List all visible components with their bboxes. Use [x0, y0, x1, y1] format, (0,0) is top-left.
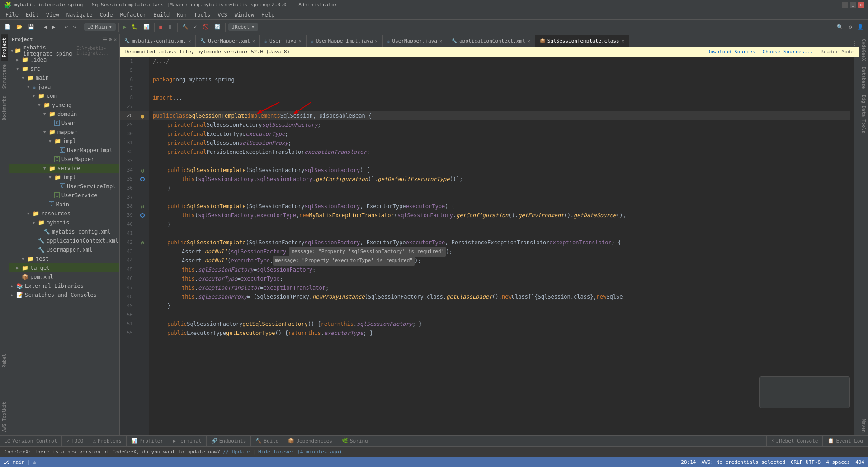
tree-scratches[interactable]: ▶ 📝 Scratches and Consoles [9, 291, 119, 300]
download-sources-link[interactable]: Download Sources [708, 49, 755, 55]
tab-usermapperimpl-close[interactable]: ✕ [375, 38, 378, 43]
menu-run[interactable]: Run [173, 10, 190, 20]
tree-mybatis-folder[interactable]: ▼ 📁 mybatis [9, 218, 119, 227]
right-panel-bigdata[interactable]: Big Data Tools [860, 92, 867, 136]
tree-service-impl[interactable]: ▼ 📁 impl [9, 173, 119, 182]
tree-user[interactable]: ▶ 🄲 User [9, 119, 119, 128]
tree-mapper-impl[interactable]: ▼ 📁 impl [9, 137, 119, 146]
tree-pom[interactable]: ▶ 📦 pom.xml [9, 272, 119, 281]
reader-mode-button[interactable]: Reader Mode [821, 49, 854, 55]
vtab-bookmarks[interactable]: Bookmarks [1, 92, 8, 124]
tree-applicationcontext[interactable]: ▶ 🔧 applicationContext.xml [9, 236, 119, 245]
tree-target[interactable]: ▶ 📁 target [9, 263, 119, 272]
menu-window[interactable]: Window [231, 10, 258, 20]
tab-sqlsessiontemplate-close[interactable]: ✕ [622, 38, 624, 43]
right-panel-maven[interactable]: Maven [860, 416, 867, 435]
line-col-indicator[interactable]: 28:14 [681, 459, 696, 465]
tree-usermapper[interactable]: ▶ 🄸 UserMapper [9, 155, 119, 164]
bottom-tab-todo[interactable]: ✓ TODO [62, 436, 88, 447]
check-button[interactable]: ✓ [192, 22, 199, 33]
tree-java[interactable]: ▼ ☕ java [9, 82, 119, 91]
save-button[interactable]: 💾 [26, 22, 36, 33]
sidebar-tree-icon[interactable]: ☰ [103, 37, 107, 43]
tab-usermapper-java[interactable]: ☕ UserMapper.java ✕ [383, 35, 447, 47]
menu-navigate[interactable]: Navigate [63, 10, 96, 20]
code-content[interactable]: /.../ package org.mybatis.spring; import… [149, 57, 854, 435]
maximize-button[interactable]: □ [850, 2, 856, 8]
tree-usermapper-xml[interactable]: ▶ 🔧 UserMapper.xml [9, 245, 119, 254]
branch-selector[interactable]: ⎇ Main ▾ [84, 23, 116, 31]
tree-domain[interactable]: ▼ 📁 domain [9, 110, 119, 119]
notification-hide-link[interactable]: Hide forever (4 minutes ago) [258, 449, 342, 455]
run-button[interactable]: ▶ [122, 22, 128, 33]
minimize-button[interactable]: ─ [842, 2, 848, 8]
menu-help[interactable]: Help [258, 10, 278, 20]
bottom-tab-build[interactable]: 🔨 Build [251, 436, 283, 447]
tree-userservice[interactable]: ▶ 🄸 UserService [9, 191, 119, 200]
tab-user-java-close[interactable]: ✕ [299, 38, 302, 43]
bottom-tab-problems[interactable]: ⚠ Problems [88, 436, 127, 447]
bottom-tab-endpoints[interactable]: 🔗 Endpoints [207, 436, 251, 447]
close-button[interactable]: ✕ [858, 2, 864, 8]
new-file-button[interactable]: 📄 [3, 22, 13, 33]
tree-yimeng[interactable]: ▼ 📁 yimeng [9, 100, 119, 110]
tree-resources[interactable]: ▼ 📁 resources [9, 209, 119, 218]
right-panel-database[interactable]: Database [860, 64, 867, 91]
right-panel-codegee[interactable]: CodeGeeX [860, 36, 867, 63]
menu-edit[interactable]: Edit [22, 10, 42, 20]
bottom-tab-event-log[interactable]: 📋 Event Log [823, 436, 868, 447]
vtab-project[interactable]: Project [1, 34, 8, 61]
tree-main-class[interactable]: ▶ 🄲 Main [9, 200, 119, 209]
tree-external-libs[interactable]: ▶ 📚 External Libraries [9, 281, 119, 291]
tab-usermapper-java-close[interactable]: ✕ [439, 38, 442, 43]
bottom-tab-spring[interactable]: 🌿 Spring [337, 436, 373, 447]
aws-status[interactable]: AWS: No credentials selected [701, 459, 785, 465]
profile-button[interactable]: 👤 [855, 22, 865, 33]
tree-userserviceimpl[interactable]: ▶ 🄲 UserServiceImpl [9, 182, 119, 191]
tab-applicationcontext[interactable]: 🔧 applicationContext.xml ✕ [447, 35, 535, 47]
settings-button[interactable]: ⚙ [847, 22, 854, 33]
tree-src[interactable]: ▼ 📁 src [9, 64, 119, 73]
tree-main[interactable]: ▼ 📁 main [9, 73, 119, 82]
editor-scrollbar[interactable] [854, 57, 859, 435]
tab-sqlsessiontemplate[interactable]: 📦 SqlSessionTemplate.class ✕ [535, 35, 629, 47]
build-button[interactable]: 🔨 [180, 22, 190, 33]
debug-button[interactable]: 🐛 [130, 22, 140, 33]
tab-user-java[interactable]: ☕ User.java ✕ [260, 35, 307, 47]
menu-tools[interactable]: Tools [190, 10, 214, 20]
run-with-coverage-button[interactable]: 📊 [142, 22, 151, 33]
tab-usermapper-xml[interactable]: 🔧 UserMapper.xml ✕ [196, 35, 260, 47]
menu-vcs[interactable]: VCS [214, 10, 231, 20]
tree-com[interactable]: ▼ 📁 com [9, 91, 119, 100]
tab-applicationcontext-close[interactable]: ✕ [528, 38, 530, 43]
sidebar-gear-icon[interactable]: ⚙ [109, 37, 112, 43]
redo-button[interactable]: ↪ [71, 22, 78, 33]
jrebel-selector[interactable]: JRebel ▾ [228, 23, 258, 31]
forward-button[interactable]: ▶ [51, 22, 57, 33]
back-button[interactable]: ◀ [42, 22, 49, 33]
encoding-status[interactable]: CRLF UTF-8 [791, 459, 821, 465]
stop-button[interactable]: ■ [157, 22, 164, 33]
menu-code[interactable]: Code [96, 10, 117, 20]
menu-build[interactable]: Build [150, 10, 173, 20]
tab-usermapper-xml-close[interactable]: ✕ [252, 38, 255, 43]
git-branch[interactable]: main [13, 459, 25, 465]
menu-refactor[interactable]: Refactor [116, 10, 150, 20]
search-everywhere-button[interactable]: 🔍 [835, 22, 845, 33]
vtab-rebel[interactable]: Rebel [1, 350, 8, 371]
tab-mybatis-config-close[interactable]: ✕ [188, 38, 191, 43]
tree-root[interactable]: ▼ 📁 mybatis-integrate-sping E:\mybatis-i… [9, 46, 119, 55]
tree-test[interactable]: ▼ 📁 test [9, 254, 119, 263]
menu-view[interactable]: View [42, 10, 63, 20]
tree-mapper[interactable]: ▼ 📁 mapper [9, 128, 119, 137]
vtab-structure[interactable]: Structure [1, 61, 8, 92]
tree-service[interactable]: ▼ 📁 service [9, 164, 119, 173]
pause-button[interactable]: ⏸ [166, 22, 175, 33]
tab-mybatis-config[interactable]: 🔧 mybatis-config.xml ✕ [120, 35, 196, 47]
bottom-tab-version-control[interactable]: ⎇ Version Control [0, 436, 62, 447]
spaces-status[interactable]: 4 spaces [826, 459, 850, 465]
tree-mybatis-config[interactable]: ▶ 🔧 mybatis-config.xml [9, 227, 119, 236]
open-button[interactable]: 📂 [14, 22, 24, 33]
bottom-tab-profiler[interactable]: 📊 Profiler [127, 436, 168, 447]
bottom-tab-dependencies[interactable]: 📦 Dependencies [283, 436, 337, 447]
